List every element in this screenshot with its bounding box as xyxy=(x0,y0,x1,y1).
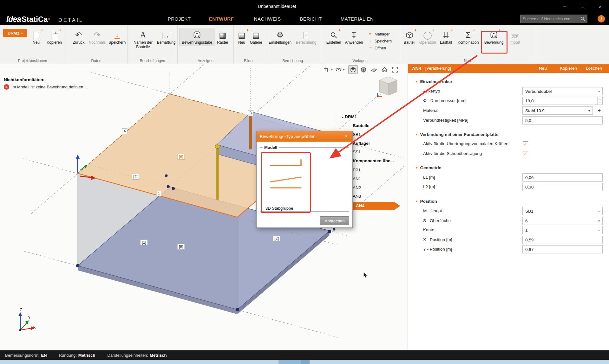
y-position-input[interactable] xyxy=(522,245,603,253)
ribbon-button-speichern[interactable]: ↓ Speichern xyxy=(107,28,127,46)
error-icon: × xyxy=(4,84,9,90)
ribbon-button-neu-bild[interactable]: ▤+ Neu xyxy=(235,28,248,46)
panel-neu-button[interactable]: Neu xyxy=(539,64,547,73)
section-position[interactable]: ▾ Position xyxy=(416,198,437,204)
drm1-dropdown[interactable]: DRM1 ▾ xyxy=(3,29,27,37)
ribbon-button-vorlage-speichern[interactable]: ↓Speichern xyxy=(368,39,392,43)
durchmesser-stepper[interactable]: ▴▾ xyxy=(522,97,603,105)
dialog-title-bar[interactable]: Bewehrungs-Typ auswählen × xyxy=(257,131,352,142)
checkbox-schubuebertragung[interactable]: ✓ xyxy=(523,151,528,156)
spin-down-icon[interactable]: ▾ xyxy=(599,101,601,104)
section-einzelner-anker[interactable]: ▾ Einzelner Anker xyxy=(416,79,452,84)
panel-kopieren-button[interactable]: Kopieren xyxy=(560,64,577,73)
tab-nachweis[interactable]: NACHWEIS xyxy=(254,13,281,25)
ribbon-group-vorlagen: + Erstellen ↧ Anwenden ≡Manager ↓Speiche… xyxy=(321,25,399,64)
info-icon[interactable]: i xyxy=(598,15,605,22)
solid-view-icon[interactable] xyxy=(359,65,368,74)
tree-item-ss1[interactable]: SS1 xyxy=(353,150,361,154)
section-fundamentplatte[interactable]: ▾ Verbindung mit einer Fundamentplatte xyxy=(416,131,498,137)
durchmesser-input[interactable] xyxy=(523,97,597,105)
tree-item-an1[interactable]: AN1 xyxy=(353,176,361,181)
tree-root-drm1[interactable]: ▸DRM1 xyxy=(342,114,357,119)
close-button[interactable]: × xyxy=(591,0,609,13)
ribbon-button-lastfall[interactable]: ⇊+ Lastfall xyxy=(437,28,455,46)
ribbon-button-kopieren[interactable]: + Kopieren xyxy=(44,28,64,46)
letter-a-icon: A xyxy=(139,29,147,40)
minimize-button[interactable]: − xyxy=(556,0,573,13)
menu-bar: IdeaStatiCa®DETAIL PROJEKT ENTWURF NACHW… xyxy=(0,13,609,25)
grid-icon: ▦ xyxy=(218,29,227,40)
dialog-close-icon[interactable]: × xyxy=(343,133,350,140)
ribbon-button-namen-der-bauteile[interactable]: A Namen der Bauteile xyxy=(130,28,156,50)
tab-entwurf[interactable]: ENTWURF xyxy=(209,13,234,25)
checkbox-axiale-kraefte[interactable]: ✓ xyxy=(523,141,528,146)
add-material-button[interactable]: + xyxy=(596,107,602,114)
home-view-icon[interactable] xyxy=(380,65,389,74)
ribbon-button-zurueck[interactable]: ↶ Zurück xyxy=(70,28,88,46)
tab-bericht[interactable]: BERICHT xyxy=(300,13,322,25)
ribbon-button-anwenden[interactable]: ↧ Anwenden xyxy=(344,28,364,46)
panel-loeschen-button[interactable]: Löschen xyxy=(586,64,602,73)
ribbon-button-bewehrungsstaebe[interactable]: Bewehrungsstäbe xyxy=(180,28,214,46)
status-darstellungseinheiten: Darstellungseinheiten:Metrisch xyxy=(107,353,167,358)
save-template-icon: ↓ xyxy=(368,39,373,43)
anchor-head[interactable] xyxy=(215,145,220,148)
section-crop-icon[interactable] xyxy=(322,65,331,74)
tree-item-auflager[interactable]: Auflager xyxy=(353,141,370,146)
s-oberflaeche-select[interactable]: 6 ▾ xyxy=(522,217,603,225)
tree-item-fp1[interactable]: FP1 xyxy=(353,168,361,172)
status-bemessungsnorm: Bemessungsnorm:EN xyxy=(5,353,47,358)
ribbon-button-galerie[interactable]: ▤ Galerie xyxy=(248,28,264,46)
search-plus-icon: + xyxy=(329,29,338,40)
ribbon-button-neu-projektposition[interactable]: + Neu xyxy=(28,28,44,46)
search-input[interactable] xyxy=(521,17,580,21)
ribbon-button-bewehrung[interactable]: + Bewehrung xyxy=(481,28,506,46)
maximize-button[interactable] xyxy=(573,0,591,13)
apply-template-icon: ↧ xyxy=(350,29,358,40)
ribbon-button-bauteil[interactable]: + Bauteil xyxy=(401,28,418,46)
ankertyp-select[interactable]: Verbunddübel ▾ xyxy=(522,87,603,95)
ribbon-button-manager[interactable]: ≡Manager xyxy=(368,32,392,36)
wireframe-view-icon[interactable] xyxy=(348,65,358,74)
m-haupt-select[interactable]: SB1 ▾ xyxy=(522,207,603,215)
l1-input[interactable] xyxy=(522,173,603,182)
tree-item-an3[interactable]: AN3 xyxy=(353,194,361,199)
tab-materialien[interactable]: MATERIALIEN xyxy=(341,13,374,25)
orbit-icon[interactable] xyxy=(334,65,343,74)
material-select[interactable]: Stahl 10.9 ▾ xyxy=(522,106,593,115)
row-axiale-kraefte: Aktiv für die Übertragung von axialen Kr… xyxy=(408,140,609,148)
ribbon-button-oeffnen[interactable]: ▱Öffnen xyxy=(368,46,392,50)
chevron-down-icon[interactable]: ▾ xyxy=(343,68,345,71)
row-l2: L2 [m] xyxy=(408,183,609,191)
dialog-title: Bewehrungs-Typ auswählen xyxy=(260,134,316,139)
zoom-extents-icon[interactable] xyxy=(390,65,400,74)
option-3d-stabgruppe[interactable]: 3D Stabgruppe xyxy=(265,206,293,211)
tab-projekt[interactable]: PROJEKT xyxy=(168,13,191,25)
tree-item-an4-selected[interactable]: AN4 xyxy=(353,202,400,210)
folder-open-icon: ▱ xyxy=(368,46,373,50)
plate-view-icon[interactable] xyxy=(369,65,379,74)
ribbon-button-bemassung[interactable]: ↔ Bemaßung xyxy=(156,28,176,46)
section-geometrie[interactable]: ▾ Geometrie xyxy=(416,165,441,170)
expander-icon[interactable]: ▸ xyxy=(342,115,344,119)
logo-idea: Idea xyxy=(6,15,21,23)
verbundfestigkeit-input[interactable] xyxy=(522,116,603,125)
chevron-down-icon[interactable]: ▾ xyxy=(331,68,333,71)
ribbon-button-erstellen[interactable]: + Erstellen xyxy=(324,28,344,46)
l2-input[interactable] xyxy=(522,183,603,191)
ribbon-button-raster[interactable]: ▦ Raster xyxy=(214,28,231,46)
ribbon-button-einstellungen[interactable]: ⚙ Einstellungen xyxy=(267,28,293,46)
tree-item-bauteile[interactable]: Bauteile xyxy=(353,123,370,128)
cancel-button[interactable]: Abbrechen xyxy=(320,216,349,225)
axis-label-y: Y xyxy=(28,315,31,320)
kante-select[interactable]: 1 ▾ xyxy=(522,226,603,234)
ribbon-button-kombination[interactable]: Σ+ Kombination xyxy=(455,28,481,46)
spin-up-icon[interactable]: ▴ xyxy=(599,98,601,101)
sigma-icon: Σ+ xyxy=(464,29,473,40)
tree-item-komponenten[interactable]: Komponenten übe... xyxy=(353,158,394,163)
tree-item-sb1[interactable]: SB1 xyxy=(353,132,361,137)
3d-stabgruppe-icon[interactable] xyxy=(268,157,305,193)
x-position-input[interactable] xyxy=(522,236,603,244)
navigation-cube[interactable] xyxy=(374,76,400,99)
tree-item-an2[interactable]: AN2 xyxy=(353,185,361,190)
